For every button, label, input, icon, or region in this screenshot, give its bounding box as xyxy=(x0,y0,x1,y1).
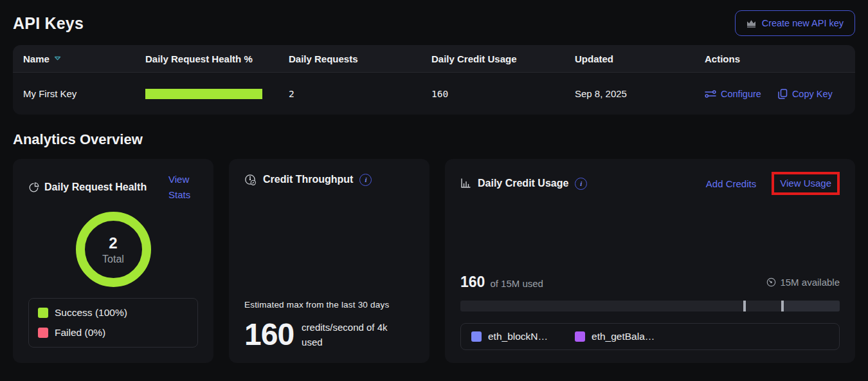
credits-available-label: 15M available xyxy=(780,277,840,288)
create-api-key-button[interactable]: Create new API key xyxy=(735,10,855,36)
legend-item-success: Success (100%) xyxy=(38,307,188,319)
info-icon[interactable]: i xyxy=(575,178,587,190)
annotation-highlight-box: View Usage xyxy=(772,172,840,195)
donut-total-value: 2 xyxy=(109,234,117,252)
column-header-name[interactable]: Name xyxy=(23,53,145,64)
api-key-name: My First Key xyxy=(23,88,145,99)
card-title-daily-request-health: Daily Request Health xyxy=(44,180,147,195)
info-icon[interactable]: i xyxy=(359,174,372,186)
failed-swatch xyxy=(38,328,48,338)
eth-blocknumber-swatch xyxy=(471,331,482,342)
analytics-overview-title: Analytics Overview xyxy=(13,131,855,148)
column-header-daily-credit-usage: Daily Credit Usage xyxy=(431,53,575,64)
legend-item-failed: Failed (0%) xyxy=(38,327,188,339)
column-header-health: Daily Request Health % xyxy=(145,53,289,64)
daily-requests-value: 2 xyxy=(289,89,431,99)
daily-request-health-card: Daily Request Health View Stats 2 Total … xyxy=(13,159,213,363)
topbar: API Keys Create new API key xyxy=(0,0,868,45)
progress-tick-1 xyxy=(743,301,746,311)
throughput-subtitle: Estimated max from the last 30 days xyxy=(244,300,414,310)
create-api-key-label: Create new API key xyxy=(762,18,844,28)
column-header-daily-requests: Daily Requests xyxy=(289,53,431,64)
credit-usage-progress-bar xyxy=(460,301,840,311)
credits-used-value: 160 xyxy=(460,274,485,291)
analytics-cards: Daily Request Health View Stats 2 Total … xyxy=(13,159,855,363)
sliders-icon xyxy=(705,89,716,98)
throughput-value: 160 xyxy=(244,319,294,350)
updated-value: Sep 8, 2025 xyxy=(575,88,705,99)
daily-credit-usage-value: 160 xyxy=(431,89,575,99)
success-swatch xyxy=(38,308,48,318)
eth-getbalance-swatch xyxy=(575,331,585,342)
donut-total-label: Total xyxy=(102,254,124,265)
request-health-donut-chart: 2 Total xyxy=(76,212,151,287)
gauge-small-icon xyxy=(766,277,776,287)
add-credits-link[interactable]: Add Credits xyxy=(706,178,756,189)
view-stats-link[interactable]: View Stats xyxy=(168,172,198,203)
health-bar-cell xyxy=(145,89,289,99)
api-keys-table: Name Daily Request Health % Daily Reques… xyxy=(13,45,855,115)
crown-icon xyxy=(746,19,756,28)
bar-chart-icon xyxy=(460,178,471,189)
legend-item-eth-getbalance: eth_getBala… xyxy=(575,331,655,342)
gauge-icon xyxy=(244,174,257,186)
column-header-updated: Updated xyxy=(575,53,705,64)
daily-credit-usage-card: Daily Credit Usage i Add Credits View Us… xyxy=(445,159,855,363)
throughput-unit: credits/second of 4k used xyxy=(302,320,408,350)
table-row: My First Key 2 160 Sep 8, 2025 Configure… xyxy=(13,72,855,115)
credit-throughput-card: Credit Throughput i Estimated max from t… xyxy=(229,159,429,363)
copy-icon xyxy=(778,89,788,99)
card-title-credit-throughput: Credit Throughput xyxy=(263,172,353,187)
actions-cell: Configure Copy Key xyxy=(705,89,845,99)
page-title: API Keys xyxy=(13,14,84,33)
credits-used-label: of 15M used xyxy=(490,278,543,289)
legend-item-eth-blocknumber: eth_blockN… xyxy=(471,331,548,342)
sort-chevron-icon xyxy=(54,56,61,61)
pie-chart-icon xyxy=(28,182,39,193)
health-bar xyxy=(145,89,262,99)
copy-key-button[interactable]: Copy Key xyxy=(778,89,833,99)
column-header-actions: Actions xyxy=(705,53,845,64)
table-header-row: Name Daily Request Health % Daily Reques… xyxy=(13,45,855,72)
view-usage-link[interactable]: View Usage xyxy=(780,178,831,189)
usage-legend: eth_blockN… eth_getBala… xyxy=(460,323,840,350)
health-legend: Success (100%) Failed (0%) xyxy=(28,298,198,348)
card-title-daily-credit-usage: Daily Credit Usage xyxy=(478,176,568,191)
progress-tick-2 xyxy=(781,301,784,311)
configure-button[interactable]: Configure xyxy=(705,89,761,99)
